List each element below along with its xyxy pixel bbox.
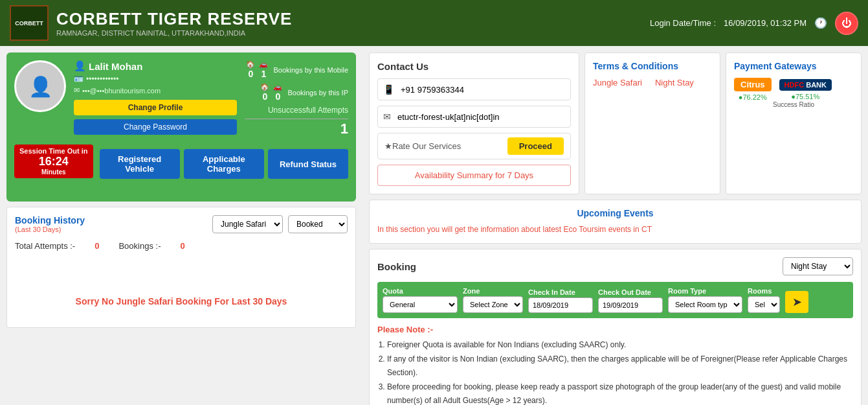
session-label: Session Time Out in xyxy=(19,147,88,155)
avatar: 👤 xyxy=(14,60,66,112)
success-ratio-label: Success Ratio xyxy=(734,101,853,108)
booking-section-title: Booking xyxy=(377,261,416,272)
payment-title: Payment Gateways xyxy=(734,61,853,71)
session-box: Session Time Out in 16:24 Minutes xyxy=(14,145,93,178)
quota-label: Quota xyxy=(383,287,458,295)
unsuccessful-count: 1 xyxy=(245,119,348,137)
registered-vehicle-button[interactable]: Registered Vehicle xyxy=(100,149,180,179)
zone-label: Zone xyxy=(463,287,523,295)
session-time: 16:24 xyxy=(19,155,88,168)
header-right: Login Date/Time : 16/09/2019, 01:32 PM 🕐… xyxy=(650,12,858,35)
checkin-label: Check In Date xyxy=(528,288,593,296)
home-ip-icon-group: 🏠 0 xyxy=(260,83,269,102)
change-profile-button[interactable]: Change Profile xyxy=(74,100,237,115)
booking-type-dropdown[interactable]: Night Stay Jungle Safari xyxy=(783,257,853,275)
header-left: CORBETT CORBETT TIGER RESERVE RAMNAGAR, … xyxy=(10,5,292,41)
id-icon: 🪪 xyxy=(74,75,83,84)
bh-subtitle: (Last 30 Days) xyxy=(15,226,85,233)
search-button[interactable]: ➤ xyxy=(785,291,808,313)
hdfc-gateway: HDFC BANK ●75.51% xyxy=(779,79,832,100)
unsuccessful-label: Unsuccessfull Attempts xyxy=(268,106,348,115)
bookings-label: Bookings :- xyxy=(118,241,161,251)
checkout-field: Check Out Date xyxy=(598,288,663,313)
please-note-list: Foreigner Quota is available for Non Ind… xyxy=(377,338,853,405)
note-1: Foreigner Quota is available for Non Ind… xyxy=(387,338,853,351)
refund-status-button[interactable]: Refund Status xyxy=(268,149,348,179)
hdfc-ratio: ●75.51% xyxy=(791,93,819,100)
proceed-button[interactable]: Proceed xyxy=(507,137,564,155)
booking-type-select[interactable]: Jungle Safari Night Stay xyxy=(212,215,283,233)
profile-info: 👤 Lalit Mohan 🪪 •••••••••••• ✉ •••@•••bh… xyxy=(74,60,237,135)
home-icon: 🏠 xyxy=(246,60,255,69)
checkin-field: Check In Date xyxy=(528,288,593,313)
zone-field: Zone Select Zone xyxy=(463,287,523,313)
roomtype-select[interactable]: Select Room typ xyxy=(668,296,742,313)
car-mobile-icon-group: 🚗 1 xyxy=(259,60,268,79)
availability-button[interactable]: Availability Summary for 7 Days xyxy=(377,165,571,186)
mail-icon: ✉ xyxy=(383,111,391,122)
login-datetime: 16/09/2019, 01:32 PM xyxy=(724,18,807,28)
upcoming-text: In this section you will get the informa… xyxy=(377,224,853,235)
left-panel: 👤 👤 Lalit Mohan 🪪 •••••••••••• ✉ •••@•••… xyxy=(0,46,362,405)
bh-stats: Total Attempts :- 0 Bookings :- 0 xyxy=(15,241,348,251)
profile-top: 👤 👤 Lalit Mohan 🪪 •••••••••••• ✉ •••@•••… xyxy=(14,60,348,137)
ip-booking-icons: 🏠 0 🚗 0 xyxy=(260,83,282,102)
change-password-button[interactable]: Change Password xyxy=(74,119,237,135)
profile-card: 👤 👤 Lalit Mohan 🪪 •••••••••••• ✉ •••@•••… xyxy=(6,52,356,202)
phone-row: 📱 +91 9759363344 xyxy=(377,78,571,100)
please-note-section: Please Note :- Foreigner Quota is availa… xyxy=(377,325,853,405)
terms-title: Terms & Conditions xyxy=(593,61,712,71)
note-3: Before proceeding for booking, please ke… xyxy=(387,380,853,405)
roomtype-label: Room Type xyxy=(668,287,742,295)
hdfc-label[interactable]: HDFC BANK xyxy=(779,79,832,91)
booking-status-select[interactable]: Booked Cancelled All xyxy=(288,215,348,233)
ip-bookings-row: 🏠 0 🚗 0 Bookings by this IP xyxy=(260,83,348,102)
main-content: 👤 👤 Lalit Mohan 🪪 •••••••••••• ✉ •••@•••… xyxy=(0,46,868,405)
header-title: CORBETT TIGER RESERVE RAMNAGAR, DISTRICT… xyxy=(56,9,292,37)
checkout-input[interactable] xyxy=(598,297,663,313)
roomtype-field: Room Type Select Room typ xyxy=(668,287,742,313)
contact-card: Contact Us 📱 +91 9759363344 ✉ etuctr-for… xyxy=(369,52,579,194)
booking-section: Booking Night Stay Jungle Safari Quota G… xyxy=(369,249,862,405)
session-row: Session Time Out in 16:24 Minutes Regist… xyxy=(14,144,348,179)
bh-title: Booking History xyxy=(15,215,85,226)
citrus-gateway: Citrus ●76.22% xyxy=(734,78,772,101)
booking-header: Booking Night Stay Jungle Safari xyxy=(377,257,853,275)
note-2: If any of the visitor is Non Indian (exc… xyxy=(387,353,853,379)
site-subtitle: RAMNAGAR, DISTRICT NAINITAL, UTTARAKHAND… xyxy=(56,29,292,37)
rooms-label: Rooms xyxy=(748,287,780,295)
booking-history-card: Booking History (Last 30 Days) Jungle Sa… xyxy=(6,207,356,328)
night-stay-link[interactable]: Night Stay xyxy=(655,78,694,87)
rooms-select[interactable]: Sele xyxy=(748,296,780,313)
phone-icon: 📱 xyxy=(383,84,394,95)
site-title: CORBETT TIGER RESERVE xyxy=(56,9,292,29)
top-row: Contact Us 📱 +91 9759363344 ✉ etuctr-for… xyxy=(369,52,862,194)
checkout-label: Check Out Date xyxy=(598,288,663,296)
mobile-booking-icons: 🏠 0 🚗 1 xyxy=(246,60,268,79)
car-ip-icon-group: 🚗 0 xyxy=(273,83,282,102)
total-attempts-label: Total Attempts :- xyxy=(15,241,75,251)
total-attempts-value: 0 xyxy=(95,241,99,251)
terms-links: Jungle Safari Night Stay xyxy=(593,78,712,87)
checkin-input[interactable] xyxy=(528,297,593,313)
terms-card: Terms & Conditions Jungle Safari Night S… xyxy=(584,52,720,194)
jungle-safari-link[interactable]: Jungle Safari xyxy=(593,78,642,87)
profile-buttons: Change Profile Change Password xyxy=(74,100,237,135)
logout-button[interactable]: ⏻ xyxy=(835,12,858,35)
logo: CORBETT xyxy=(10,5,49,41)
profile-name: 👤 Lalit Mohan xyxy=(74,60,237,72)
phone-number: +91 9759363344 xyxy=(401,85,464,95)
quota-field: Quota General Foreigner Freedom Fighter xyxy=(383,287,458,313)
citrus-label[interactable]: Citrus xyxy=(734,78,772,91)
header: CORBETT CORBETT TIGER RESERVE RAMNAGAR, … xyxy=(0,0,868,46)
profile-email: ✉ •••@•••bhunitourism.com xyxy=(74,86,237,95)
contact-title: Contact Us xyxy=(377,61,571,72)
citrus-ratio: ●76.22% xyxy=(739,93,767,101)
email-icon: ✉ xyxy=(74,86,80,95)
quota-select[interactable]: General Foreigner Freedom Fighter xyxy=(383,296,458,313)
email-row: ✉ etuctr-forest-uk[at]nic[dot]in xyxy=(377,106,571,128)
home-ip-icon: 🏠 xyxy=(260,83,269,91)
zone-select[interactable]: Select Zone xyxy=(463,296,523,313)
applicable-charges-button[interactable]: Applicable Charges xyxy=(184,149,264,179)
bookings-info: 🏠 0 🚗 1 Bookings by this Mobile xyxy=(245,60,348,137)
